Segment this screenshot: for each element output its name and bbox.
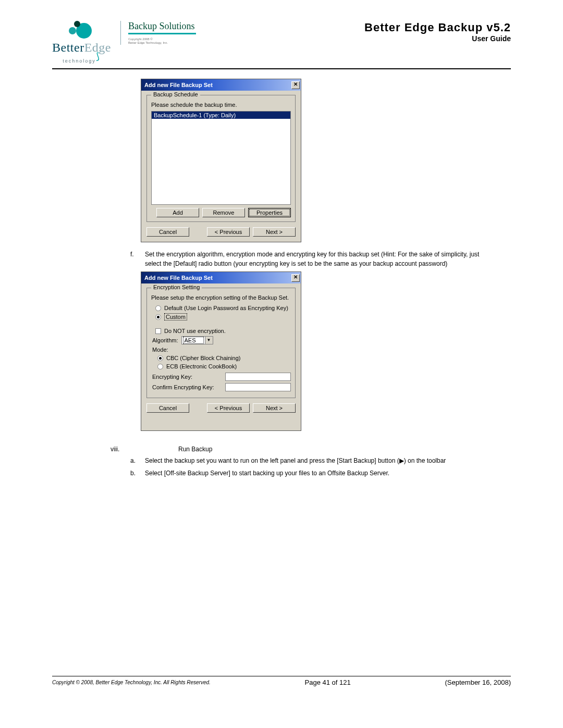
previous-button[interactable]: < Previous xyxy=(207,403,250,413)
algorithm-label: Algorithm: xyxy=(152,337,178,343)
radio-custom[interactable]: Custom xyxy=(151,312,291,322)
properties-button[interactable]: Properties xyxy=(248,208,291,217)
step-marker: f. xyxy=(52,250,145,268)
tiny-copyright-2: Better Edge Technology, Inc. xyxy=(128,41,196,45)
dialog-title: Add new File Backup Set xyxy=(144,275,213,281)
radio-default-label: Default (Use Login Password as Encryptin… xyxy=(164,305,288,311)
radio-icon[interactable] xyxy=(157,364,163,369)
footer-page: Page 41 of 121 xyxy=(211,678,445,686)
radio-custom-label: Custom xyxy=(164,313,187,320)
step-f: f. Set the encryption algorithm, encrypt… xyxy=(52,250,511,268)
step-a: a. Select the backup set you want to run… xyxy=(52,456,511,465)
next-button[interactable]: Next > xyxy=(253,403,296,413)
step-marker: b. xyxy=(52,468,145,478)
cancel-button[interactable]: Cancel xyxy=(146,227,189,237)
dialog-encryption-setting: Add new File Backup Set ✕ Encryption Set… xyxy=(141,272,301,431)
tiny-copyright-1: Copyright 2008 © xyxy=(128,38,196,41)
checkbox-no-encryption[interactable]: Do NOT use encryption. xyxy=(151,327,291,335)
fieldset-legend: Backup Schedule xyxy=(151,91,200,97)
remove-button[interactable]: Remove xyxy=(202,208,245,217)
schedule-listbox[interactable]: BackupSchedule-1 (Type: Daily) xyxy=(151,111,291,205)
previous-button[interactable]: < Previous xyxy=(207,227,250,237)
step-text: Set the encryption algorithm, encryption… xyxy=(145,250,511,268)
radio-icon[interactable] xyxy=(157,355,163,361)
checkbox-no-encryption-label: Do NOT use encryption. xyxy=(164,328,226,334)
schedule-instruction: Please schedule the backup time. xyxy=(151,102,291,108)
dialog-titlebar: Add new File Backup Set ✕ xyxy=(141,272,301,283)
confirm-key-label: Confirm Encrypting Key: xyxy=(152,384,223,390)
dialog-backup-schedule: Add new File Backup Set ✕ Backup Schedul… xyxy=(141,79,301,242)
chevron-down-icon[interactable]: ▼ xyxy=(205,337,213,344)
footer-copyright: Copyright © 2008, Better Edge Technology… xyxy=(52,680,211,685)
step-marker: a. xyxy=(52,456,145,465)
section-viii: viii. Run Backup xyxy=(52,446,511,453)
encryption-instruction: Please setup the encryption setting of t… xyxy=(151,294,291,301)
page-footer: Copyright © 2008, Better Edge Technology… xyxy=(52,676,511,686)
mode-label: Mode: xyxy=(152,347,168,353)
close-icon[interactable]: ✕ xyxy=(291,274,300,282)
fieldset-legend: Encryption Setting xyxy=(151,284,202,290)
encrypting-key-label: Encrypting Key: xyxy=(152,374,223,380)
product-title: Better Edge Backup v5.2 xyxy=(364,21,511,34)
radio-cbc-label: CBC (Cipher Block Chaining) xyxy=(166,355,240,361)
logo-mark xyxy=(69,21,94,40)
radio-mode-ecb[interactable]: ECB (Electronic CookBook) xyxy=(151,362,291,371)
radio-default[interactable]: Default (Use Login Password as Encryptin… xyxy=(151,304,291,312)
section-marker: viii. xyxy=(52,446,178,453)
algorithm-value: AES xyxy=(183,337,204,344)
brand-tag: technology⟆ xyxy=(52,54,111,65)
next-button[interactable]: Next > xyxy=(253,227,296,237)
user-guide-label: User Guide xyxy=(364,34,511,43)
step-text: Select the backup set you want to run on… xyxy=(145,456,511,465)
schedule-item-selected[interactable]: BackupSchedule-1 (Type: Daily) xyxy=(152,112,290,119)
radio-icon[interactable] xyxy=(155,314,161,320)
algorithm-select[interactable]: AES ▼ xyxy=(181,336,213,344)
section-title: Run Backup xyxy=(178,446,511,453)
page-header: BetterEdge technology⟆ Backup Solutions … xyxy=(52,21,511,69)
dialog-title: Add new File Backup Set xyxy=(144,82,213,88)
cancel-button[interactable]: Cancel xyxy=(146,403,189,413)
radio-icon[interactable] xyxy=(155,305,161,311)
checkbox-icon[interactable] xyxy=(155,328,161,334)
step-b: b. Select [Off-site Backup Server] to st… xyxy=(52,468,511,478)
footer-date: (September 16, 2008) xyxy=(445,678,511,686)
brand-block: BetterEdge technology⟆ Backup Solutions … xyxy=(52,21,196,65)
radio-ecb-label: ECB (Electronic CookBook) xyxy=(166,363,237,369)
backup-solutions-title: Backup Solutions xyxy=(128,21,196,32)
encrypting-key-input[interactable] xyxy=(225,373,291,381)
confirm-key-input[interactable] xyxy=(225,383,291,391)
radio-mode-cbc[interactable]: CBC (Cipher Block Chaining) xyxy=(151,354,291,362)
close-icon[interactable]: ✕ xyxy=(291,81,300,89)
add-button[interactable]: Add xyxy=(156,208,199,217)
brand-name: BetterEdge xyxy=(52,41,111,55)
step-text: Select [Off-site Backup Server] to start… xyxy=(145,468,511,478)
dialog-titlebar: Add new File Backup Set ✕ xyxy=(141,79,301,91)
